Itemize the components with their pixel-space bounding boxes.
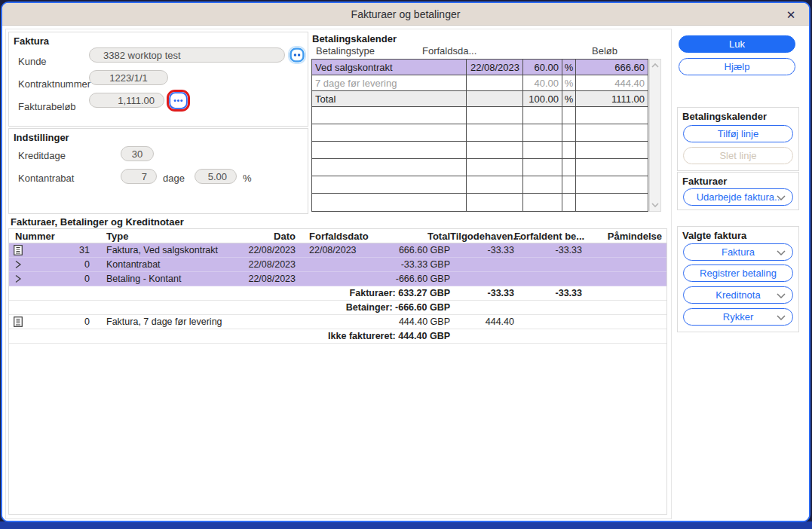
invoices-payments-dialog: Fakturaer og betalinger ✕ Faktura Kunde … — [1, 2, 810, 522]
faktura-panel: Faktura Kunde 3382 worktop test Kontrakt… — [8, 32, 308, 127]
cell-dato: 22/08/2023 — [235, 259, 296, 270]
kalender-empty-row[interactable] — [312, 124, 648, 142]
cell-total: -33.33 GBP — [367, 259, 450, 270]
cell-nummer: 0 — [27, 316, 96, 327]
kunde-field[interactable]: 3382 worktop test — [89, 47, 285, 63]
invoice-row[interactable]: 0 Betaling - Kontant 22/08/2023 -666.60 … — [9, 272, 666, 286]
cell-forfaldsdato — [467, 91, 523, 106]
cell-total: -666.60 GBP — [367, 274, 450, 284]
scroll-down-icon[interactable] — [651, 202, 659, 208]
col-header-type[interactable]: Type — [96, 231, 235, 242]
luk-button[interactable]: Luk — [679, 35, 795, 53]
cell-tilgodehavende: 444.40 — [450, 316, 514, 327]
hjaelp-button[interactable]: Hjælp — [679, 58, 795, 75]
chevron-down-icon — [777, 195, 786, 201]
group-title: Fakturaer — [682, 176, 727, 187]
col-header-belob[interactable]: Beløb — [592, 45, 617, 57]
registrer-betaling-button[interactable]: Registrer betaling — [683, 264, 793, 282]
cell-belob[interactable]: 444.40 — [576, 75, 648, 90]
col-header-nummer[interactable]: Nummer — [9, 231, 96, 242]
kontantrabat-label: Kontantrabat — [18, 173, 74, 184]
expand-chevron-icon[interactable] — [14, 260, 22, 269]
cell-betalingstype: Total — [312, 91, 467, 106]
col-header-forfaldsdato[interactable]: Forfaldsdato — [296, 231, 367, 242]
kalender-empty-row[interactable] — [312, 176, 648, 194]
edit-amount-button[interactable] — [169, 92, 188, 109]
kontantrabat-pct-field[interactable]: 5.00 — [195, 169, 237, 184]
summary-ikke-faktureret-text: Ikke faktureret: 444.40 GBP — [9, 331, 450, 341]
kalender-empty-row[interactable] — [312, 142, 648, 159]
col-header-forfaldsdato[interactable]: Forfaldsda... — [422, 45, 476, 57]
cell-type: Kontantrabat — [96, 259, 235, 270]
invoice-row[interactable]: 31 Faktura, Ved salgskontrakt 22/08/2023… — [9, 243, 666, 258]
cell-betalingstype[interactable]: Ved salgskontrakt — [312, 60, 467, 75]
faktura-dropdown-button[interactable]: Faktura — [683, 243, 793, 261]
summary-betalinger-text: Betainger: -666.60 GBP — [9, 302, 450, 313]
cell-nummer: 0 — [27, 259, 96, 270]
chevron-down-icon — [777, 293, 786, 299]
kreditnota-dropdown-button[interactable]: Kreditnota — [683, 286, 793, 304]
kalender-empty-row[interactable] — [312, 159, 648, 176]
group-title: Betalingskalender — [682, 111, 767, 122]
betalingskalender-headers: Betalingstype Forfaldsda... Beløb — [311, 45, 648, 57]
dialog-body: Faktura Kunde 3382 worktop test Kontrakt… — [2, 26, 809, 521]
col-header-paamindelse[interactable]: Påmindelse — [582, 231, 666, 242]
kalender-row[interactable]: 7 dage før levering 40.00 % 444.40 — [312, 75, 648, 91]
faktura-panel-title: Faktura — [14, 35, 49, 47]
betalingskalender-actions-group: Betalingskalender Tilføj linje Slet linj… — [677, 107, 799, 171]
cell-procent[interactable]: 60.00 — [523, 60, 562, 75]
kreditdage-label: Kreditdage — [18, 150, 66, 161]
fakturabelob-field[interactable]: 1,111.00 — [89, 93, 164, 108]
cell-procent-sign: % — [562, 91, 576, 106]
kalender-row[interactable]: Ved salgskontrakt 22/08/2023 60.00 % 666… — [312, 60, 648, 75]
open-customer-button[interactable] — [290, 47, 305, 63]
kalender-empty-row[interactable] — [312, 194, 648, 211]
summary-row-ikke-faktureret: Ikke faktureret: 444.40 GBP — [9, 329, 666, 344]
invoice-document-icon — [14, 316, 23, 327]
annotation-ring — [167, 90, 190, 112]
group-title: Valgte faktura — [682, 230, 746, 241]
col-header-dato[interactable]: Dato — [235, 231, 296, 242]
invoice-document-icon — [14, 245, 23, 255]
fakturaer-actions-group: Fakturaer Udarbejde faktura.. — [677, 172, 799, 210]
cell-dato: 22/08/2023 — [235, 274, 296, 284]
button-label: Udarbejde faktura.. — [697, 191, 780, 203]
close-icon[interactable]: ✕ — [783, 8, 798, 23]
betalingskalender-title: Betalingskalender — [312, 33, 397, 44]
udarbejde-faktura-button[interactable]: Udarbejde faktura.. — [683, 188, 793, 206]
cell-betalingstype[interactable]: 7 dage før levering — [312, 75, 467, 90]
button-label: Rykker — [723, 311, 753, 323]
kalender-empty-row[interactable] — [312, 107, 648, 124]
cell-procent[interactable]: 40.00 — [523, 75, 562, 90]
tilfoj-linje-button[interactable]: Tilføj linje — [683, 125, 793, 142]
col-header-betalingstype[interactable]: Betalingstype — [316, 45, 375, 57]
valgte-faktura-group: Valgte faktura Faktura Registrer betalin… — [677, 226, 799, 332]
cell-belob: 1111.00 — [576, 91, 648, 106]
col-header-tilgodehavende[interactable]: Tilgodehaven... — [450, 231, 514, 242]
indstillinger-panel-title: Indstillinger — [14, 132, 69, 143]
customer-link-icon — [290, 47, 305, 63]
summary-forfaldent: -33.33 — [514, 288, 582, 298]
kalender-scrollbar[interactable] — [649, 59, 661, 212]
cell-dato: 22/08/2023 — [235, 245, 296, 255]
expand-chevron-icon[interactable] — [14, 274, 22, 283]
cell-forfaldsdato[interactable] — [467, 75, 523, 90]
scroll-up-icon[interactable] — [651, 63, 659, 69]
invoice-row[interactable]: 0 Kontantrabat 22/08/2023 -33.33 GBP — [9, 258, 666, 272]
cell-forfaldsdato[interactable]: 22/08/2023 — [467, 60, 523, 75]
invoice-row[interactable]: 0 Faktura, 7 dage før levering 444.40 GB… — [9, 315, 666, 329]
col-header-forfaldent[interactable]: Forfaldent be... — [514, 231, 582, 242]
cell-forfaldent: -33.33 — [514, 245, 582, 255]
kontantrabat-dage-field[interactable]: 7 — [121, 169, 157, 184]
cell-type: Faktura, Ved salgskontrakt — [96, 245, 235, 255]
col-header-total[interactable]: Total — [367, 231, 450, 242]
kreditdage-field[interactable]: 30 — [121, 146, 154, 161]
betalingskalender-grid: Ved salgskontrakt 22/08/2023 60.00 % 666… — [311, 59, 648, 212]
rykker-dropdown-button[interactable]: Rykker — [683, 308, 793, 326]
cell-nummer: 0 — [27, 274, 96, 284]
ellipsis-icon — [169, 92, 188, 109]
cell-total: 666.60 GBP — [367, 245, 450, 255]
kontraktnummer-field[interactable]: 1223/1/1 — [89, 70, 168, 85]
cell-belob[interactable]: 666.60 — [576, 60, 648, 75]
slet-linje-button[interactable]: Slet linje — [683, 147, 793, 164]
